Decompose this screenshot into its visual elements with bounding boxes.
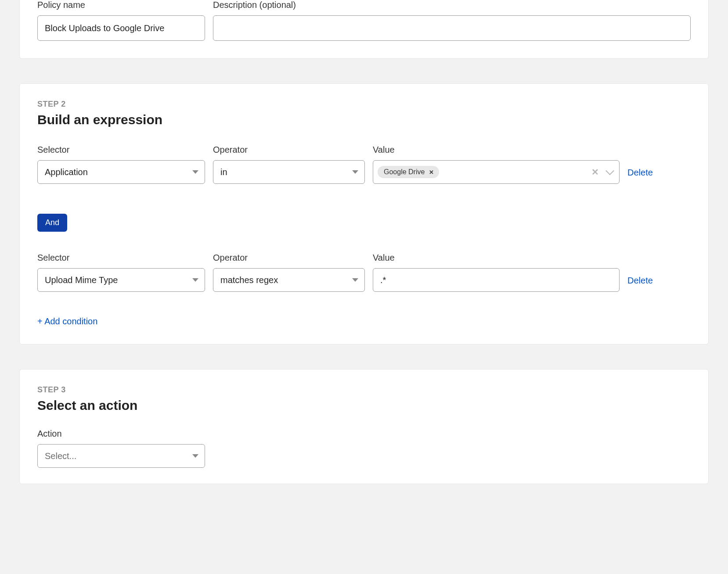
step3-title: Select an action	[37, 398, 691, 413]
action-dropdown[interactable]: Select...	[37, 444, 205, 468]
selector-label: Selector	[37, 253, 205, 263]
expression-row: Selector Upload Mime Type Operator match…	[37, 253, 691, 292]
chevron-down-icon	[352, 278, 358, 282]
step2-title: Build an expression	[37, 112, 691, 127]
action-label: Action	[37, 429, 205, 439]
chevron-down-icon	[192, 278, 198, 282]
selector-dropdown[interactable]: Upload Mime Type	[37, 268, 205, 292]
operator-label: Operator	[213, 145, 365, 155]
description-input[interactable]	[213, 15, 691, 41]
value-label: Value	[373, 253, 620, 263]
policy-name-label: Policy name	[37, 0, 205, 10]
operator-dropdown[interactable]: matches regex	[213, 268, 365, 292]
chip-label: Google Drive	[384, 168, 425, 176]
chip-remove-icon[interactable]: ✕	[429, 169, 434, 176]
chevron-down-icon	[192, 454, 198, 458]
description-label: Description (optional)	[213, 0, 691, 10]
chevron-down-icon	[605, 166, 614, 175]
action-card: STEP 3 Select an action Action Select...	[19, 369, 709, 484]
chevron-down-icon	[192, 170, 198, 174]
chevron-down-icon	[352, 170, 358, 174]
policy-name-input[interactable]	[37, 15, 205, 41]
expression-row: Selector Application Operator in Value G…	[37, 145, 691, 184]
selector-dropdown[interactable]: Application	[37, 160, 205, 184]
value-input[interactable]	[373, 268, 620, 292]
selector-label: Selector	[37, 145, 205, 155]
operator-value: in	[220, 167, 227, 177]
value-multiselect[interactable]: Google Drive ✕ ✕	[373, 160, 620, 184]
multiselect-open-icon[interactable]	[605, 169, 615, 175]
step3-label: STEP 3	[37, 385, 691, 395]
operator-dropdown[interactable]: in	[213, 160, 365, 184]
selector-value: Application	[45, 167, 88, 177]
policy-name-card: Policy name Description (optional)	[19, 0, 709, 59]
add-condition-button[interactable]: + Add condition	[37, 316, 97, 326]
value-chip: Google Drive ✕	[378, 166, 439, 178]
action-placeholder: Select...	[45, 451, 76, 461]
expression-card: STEP 2 Build an expression Selector Appl…	[19, 83, 709, 344]
delete-row-button[interactable]: Delete	[627, 276, 653, 292]
operator-label: Operator	[213, 253, 365, 263]
selector-value: Upload Mime Type	[45, 275, 118, 285]
value-label: Value	[373, 145, 620, 155]
step2-label: STEP 2	[37, 100, 691, 109]
clear-all-icon[interactable]: ✕	[589, 167, 602, 177]
operator-value: matches regex	[220, 275, 278, 285]
delete-row-button[interactable]: Delete	[627, 168, 653, 184]
and-joiner-badge[interactable]: And	[37, 214, 67, 232]
